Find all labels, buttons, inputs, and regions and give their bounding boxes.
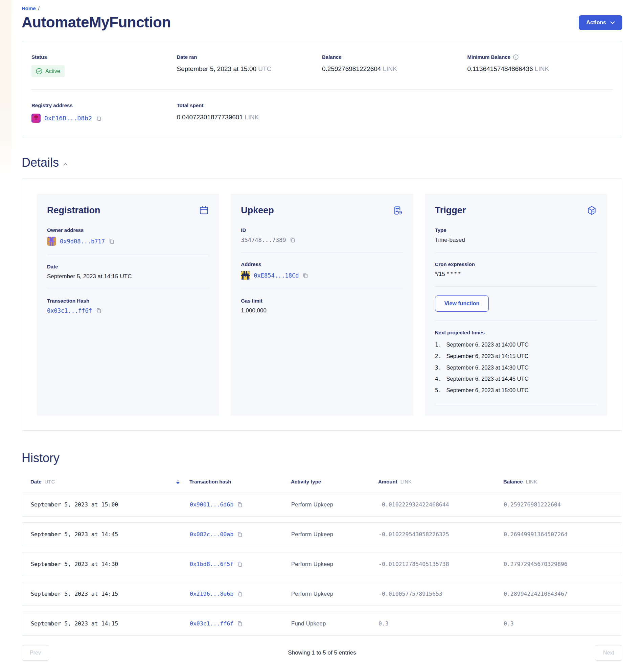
date-ran-label: Date ran [177,54,322,60]
copy-icon[interactable] [237,621,243,627]
history-table-body: September 5, 2023 at 15:00 0x9001...6d6b… [22,493,622,636]
item-text: September 6, 2023 at 14:45 UTC [446,373,529,385]
trigger-title: Trigger [435,205,466,216]
next-button[interactable]: Next [595,645,622,661]
actions-button-label: Actions [586,20,606,26]
history-amount: -0.010222932422468644 [379,501,504,508]
table-row: September 5, 2023 at 14:30 0x1bd8...6f5f… [22,552,622,576]
history-tx-link[interactable]: 0x1bd8...6f5f [190,561,234,567]
history-balance: 0.259276981222604 [504,501,622,508]
projected-times-label: Next projected times [435,330,597,335]
page-title: AutomateMyFunction [22,14,171,31]
chevron-down-icon [610,21,615,24]
history-section-head: History [22,451,622,465]
copy-icon[interactable] [289,237,296,243]
history-amount: -0.010229543058226325 [379,531,504,538]
balance-suffix: LINK [383,65,397,72]
projected-time-item: 5.September 6, 2023 at 15:00 UTC [435,385,597,396]
divider [241,252,403,252]
details-section-head: Details [22,155,622,170]
breadcrumb: Home/ [22,5,622,11]
balance-label: Balance [322,54,467,60]
trigger-card: Trigger Type Time-based Cron expression … [425,194,607,415]
registry-address-label: Registry address [32,102,177,108]
history-balance: 0.26949991364507264 [504,531,622,538]
copy-icon[interactable] [108,238,115,245]
item-number: 5. [435,385,442,396]
registration-card: Registration Owner address 0x9d08...b717… [37,194,219,415]
copy-icon[interactable] [237,502,243,508]
history-activity: Perform Upkeep [291,590,379,597]
breadcrumb-home-link[interactable]: Home [22,5,36,11]
copy-icon[interactable] [237,561,243,567]
registration-tx-link[interactable]: 0x03c1...ff6f [47,307,92,314]
date-ran-field: Date ran September 5, 2023 at 15:00 UTC [177,54,322,77]
gas-limit-label: Gas limit [241,298,403,304]
column-transaction-hash: Transaction hash [189,479,291,484]
history-balance: 0.27972945670329896 [504,561,622,567]
divider [241,289,403,289]
total-spent-value: 0.04072301877739601 [177,113,243,121]
copy-icon[interactable] [96,115,102,121]
status-label: Status [32,54,177,60]
divider [435,252,597,252]
history-amount: 0.3 [379,620,504,627]
copy-icon[interactable] [302,272,308,278]
status-badge-text: Active [45,68,60,75]
gas-limit-value: 1,000,000 [241,307,403,314]
registry-address-field: Registry address 0xE16D...D8b2 [32,102,177,123]
copy-icon[interactable] [237,591,243,597]
min-balance-label: Minimum Balance [467,54,511,60]
actions-button[interactable]: Actions [579,15,622,30]
copy-icon[interactable] [237,532,243,538]
status-badge: Active [32,65,65,77]
upkeep-id-label: ID [241,227,403,233]
history-tx-link[interactable]: 0x2196...8e6b [190,590,234,597]
page-header: AutomateMyFunction Actions [22,11,622,31]
min-balance-suffix: LINK [535,65,549,72]
registry-avatar [32,113,41,123]
history-table-header: DateUTC Transaction hash Activity type A… [22,479,622,484]
history-activity: Perform Upkeep [291,501,379,508]
date-ran-value: September 5, 2023 at 15:00 [177,65,257,72]
copy-icon[interactable] [96,308,102,314]
sort-icon[interactable] [176,479,180,484]
view-function-button[interactable]: View function [435,295,489,312]
cron-expression-value: */15 * * * * [435,271,597,277]
upkeep-address-link[interactable]: 0xE854...18Cd [254,272,299,279]
total-spent-suffix: LINK [244,113,259,121]
projected-time-item: 3.September 6, 2023 at 14:30 UTC [435,362,597,374]
page-container: Home/ AutomateMyFunction Actions Status … [0,0,644,664]
total-spent-label: Total spent [177,102,322,108]
divider [47,289,209,289]
item-number: 4. [435,373,442,385]
item-number: 2. [435,351,442,362]
registration-date-value: September 5, 2023 at 14:15 UTC [47,273,209,280]
balance-value: 0.259276981222604 [322,65,381,72]
history-tx-link[interactable]: 0x9001...6d6b [190,501,234,508]
document-gear-icon [393,205,403,216]
status-summary-card: Status Active Date ran September 5, 2023… [22,41,622,137]
prev-button[interactable]: Prev [22,645,49,661]
projected-time-item: 1.September 6, 2023 at 14:00 UTC [435,339,597,351]
history-activity: Fund Upkeep [291,620,379,627]
divider [47,254,209,255]
date-ran-suffix: UTC [258,65,271,72]
column-balance: BalanceLINK [503,479,622,484]
table-row: September 5, 2023 at 15:00 0x9001...6d6b… [22,493,622,517]
history-tx-link[interactable]: 0x082c...00ab [190,531,234,538]
chevron-up-icon[interactable] [63,163,68,166]
item-text: September 6, 2023 at 15:00 UTC [446,385,529,396]
upkeep-title: Upkeep [241,205,274,216]
registry-address-link[interactable]: 0xE16D...D8b2 [44,115,92,122]
divider [435,405,597,406]
owner-address-link[interactable]: 0x9d08...b717 [60,238,105,245]
column-date[interactable]: DateUTC [31,479,176,484]
projected-times-list: 1.September 6, 2023 at 14:00 UTC 2.Septe… [435,339,597,396]
info-icon[interactable] [513,55,519,60]
sort-asc-icon [176,479,180,481]
history-date: September 5, 2023 at 14:30 [31,561,190,567]
history-tx-link[interactable]: 0x03c1...ff6f [190,620,234,627]
table-row: September 5, 2023 at 14:45 0x082c...00ab… [22,522,622,546]
calendar-icon [199,205,209,215]
